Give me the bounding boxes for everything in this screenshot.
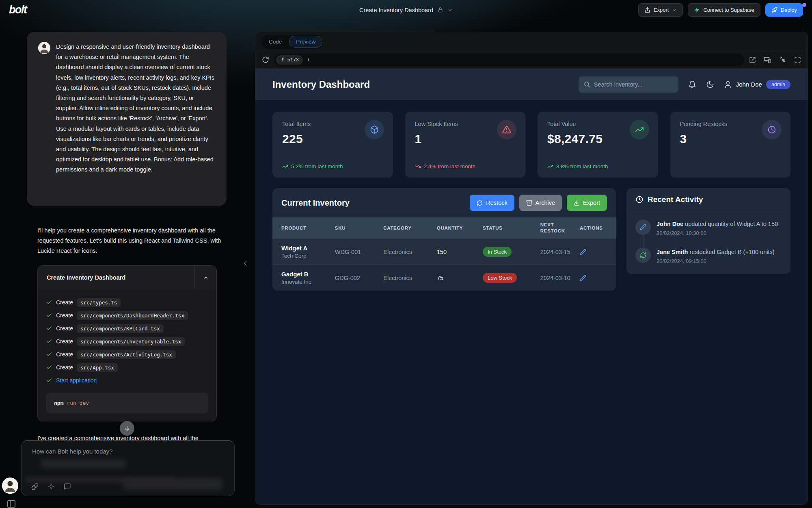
clock-icon	[635, 195, 644, 204]
file-path-chip[interactable]: src/components/DashboardHeader.tsx	[77, 311, 188, 320]
current-inventory-card: Current Inventory Restock Archive Exp	[272, 188, 616, 291]
file-action-row: Create src/components/DashboardHeader.ts…	[46, 309, 208, 322]
inventory-card-header: Current Inventory Restock Archive Exp	[272, 188, 616, 217]
edit-pencil-icon[interactable]	[580, 249, 616, 255]
file-verb: Create	[56, 364, 73, 371]
command-args: run dev	[67, 400, 89, 406]
inspect-cursor-icon[interactable]	[779, 56, 786, 63]
file-path-chip[interactable]: src/App.tsx	[77, 363, 118, 372]
status-badge: In Stock	[483, 247, 512, 257]
trending-up-icon	[547, 163, 553, 169]
chat-input-toolbar	[31, 483, 71, 490]
file-path-chip[interactable]: src/components/KPICard.tsx	[77, 324, 164, 333]
deploy-label: Deploy	[781, 7, 797, 13]
archive-icon	[526, 200, 532, 206]
trending-up-icon	[282, 163, 288, 169]
kpi-card-low-stock: Low Stock Items 1 2.4% from last month	[405, 112, 526, 178]
column-header: Next Restock	[540, 217, 580, 239]
chat-input-box[interactable]	[21, 440, 235, 496]
chat-input[interactable]	[32, 448, 219, 455]
restock-button[interactable]: Restock	[470, 195, 514, 211]
supabase-icon	[694, 7, 700, 13]
url-field[interactable]: 5173 /	[274, 54, 744, 66]
file-verb: Create	[56, 299, 73, 306]
tab-preview[interactable]: Preview	[289, 36, 322, 48]
check-icon	[46, 325, 52, 332]
column-header: Status	[483, 217, 540, 239]
export-button[interactable]: Export	[638, 3, 683, 17]
connect-supabase-button[interactable]: Connect to Supabase	[688, 3, 760, 17]
archive-button[interactable]: Archive	[519, 195, 562, 211]
plug-zap-icon	[280, 57, 285, 62]
edit-pencil-icon[interactable]	[580, 275, 616, 281]
search-icon	[583, 81, 590, 88]
quantity-cell[interactable]: 150	[437, 239, 483, 265]
category-cell: Electronics	[383, 265, 437, 291]
sidebar-toggle-icon[interactable]	[6, 499, 16, 508]
reload-icon[interactable]	[262, 56, 269, 63]
inventory-search[interactable]	[579, 76, 678, 93]
chevron-down-icon[interactable]	[447, 7, 453, 13]
fullscreen-icon[interactable]	[794, 56, 801, 63]
file-path-chip[interactable]: src/types.ts	[77, 298, 121, 307]
tabs-container: Code Preview	[261, 34, 324, 49]
export-label: Export	[654, 7, 669, 13]
project-title: Create Inventory Dashboard	[359, 7, 433, 13]
user-message-text: Design a responsive and user-friendly in…	[56, 42, 215, 196]
devices-icon[interactable]	[764, 56, 771, 64]
link-icon[interactable]	[31, 483, 39, 490]
file-verb: Create	[56, 351, 73, 358]
user-icon	[724, 80, 732, 89]
topbar-actions: Export Connect to Supabase Deploy	[638, 3, 803, 17]
category-cell: Electronics	[383, 239, 437, 265]
column-header: Category	[383, 217, 437, 239]
quantity-cell[interactable]: 75	[437, 265, 483, 291]
edit-pencil-icon	[635, 219, 651, 235]
redacted-text	[41, 459, 126, 468]
user-message: Design a responsive and user-friendly in…	[27, 32, 227, 206]
collapse-chat-handle[interactable]	[241, 259, 249, 267]
dashboard-title: Inventory Dashboard	[272, 79, 370, 90]
bell-icon[interactable]	[688, 80, 696, 89]
user-avatar	[38, 42, 50, 54]
project-title-menu[interactable]: Create Inventory Dashboard	[359, 7, 453, 13]
port-pill[interactable]: 5173	[276, 55, 303, 65]
export-csv-button[interactable]: Export	[567, 195, 607, 211]
account-avatar[interactable]	[2, 478, 18, 494]
status-badge: Low Stock	[483, 273, 517, 283]
bulk-actions: Restock Archive Export	[470, 195, 607, 211]
open-external-icon[interactable]	[749, 56, 756, 63]
collapse-artifact-button[interactable]	[194, 266, 216, 289]
activity-item: John Doe updated quantity of Widget A to…	[635, 219, 782, 236]
dashboard-header: Inventory Dashboard John Doe admin	[255, 69, 808, 100]
artifact-card: Create Inventory Dashboard Create src/ty…	[37, 265, 217, 421]
timeline-connector	[643, 236, 644, 247]
kpi-card-total-value: Total Value $8,247.75 3.8% from last mon…	[538, 112, 658, 178]
activity-header: Recent Activity	[626, 188, 790, 211]
file-path-chip[interactable]: src/components/InventoryTable.tsx	[77, 337, 185, 346]
check-icon	[46, 338, 52, 345]
file-action-row: Create src/App.tsx	[46, 361, 208, 374]
port-number: 5173	[287, 57, 299, 63]
start-application-link[interactable]: Start application	[56, 377, 97, 384]
file-verb: Create	[56, 312, 73, 319]
sparkles-icon[interactable]	[48, 483, 55, 490]
file-path-chip[interactable]: src/components/ActivityLog.tsx	[77, 350, 176, 359]
scroll-to-bottom-button[interactable]	[120, 421, 134, 436]
deploy-button[interactable]: Deploy	[765, 3, 803, 17]
tab-code[interactable]: Code	[262, 36, 288, 47]
dark-mode-toggle-icon[interactable]	[706, 80, 714, 89]
check-icon	[46, 312, 52, 319]
supabase-label: Connect to Supabase	[703, 7, 754, 13]
table-row[interactable]: Gadget B Innovate Inc GDG-002 Electronic…	[272, 265, 616, 291]
user-menu[interactable]: John Doe admin	[724, 80, 790, 89]
artifact-body: Create src/types.ts Create src/component…	[38, 289, 216, 421]
table-row[interactable]: Widget A Tech Corp WDG-001 Electronics 1…	[272, 239, 616, 265]
activity-timestamp: 20/02/2024, 09:15:00	[657, 258, 775, 264]
kpi-card-pending-restocks: Pending Restocks 3	[670, 112, 791, 178]
chat-panel: Design a responsive and user-friendly in…	[0, 20, 255, 508]
chat-bubble-icon[interactable]	[64, 483, 71, 490]
search-input[interactable]	[594, 81, 674, 88]
sku-cell: GDG-002	[335, 265, 383, 291]
artifact-title: Create Inventory Dashboard	[38, 274, 194, 281]
